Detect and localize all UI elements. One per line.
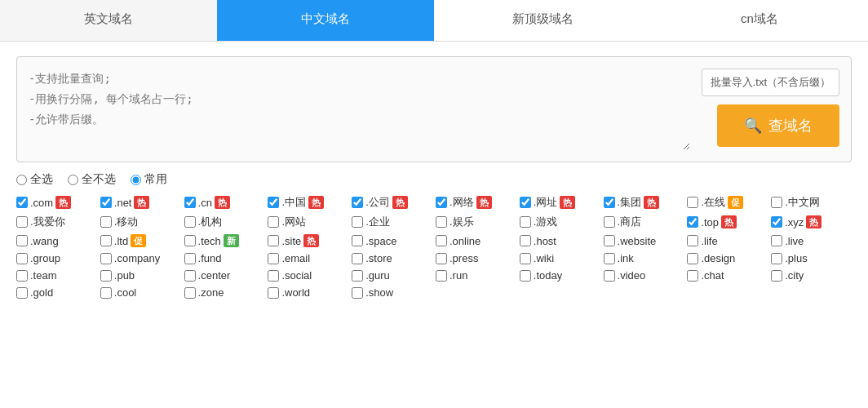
domain-badge: 热 [644,196,659,209]
domain-item: .gold [16,286,97,299]
domain-checkbox[interactable] [604,270,615,282]
domain-checkbox[interactable] [268,216,279,228]
domain-item: .press [436,252,516,264]
domain-badge: 热 [476,196,492,209]
domain-checkbox[interactable] [184,287,196,299]
select-all-option[interactable]: 全选 [16,172,53,187]
common-radio[interactable] [131,175,141,185]
domain-checkbox[interactable] [100,197,112,208]
domain-checkbox[interactable] [100,216,112,228]
domain-checkbox[interactable] [184,253,196,264]
domain-checkbox[interactable] [352,253,363,264]
domain-name-label: .life [701,235,717,247]
search-icon: 🔍 [744,117,762,135]
select-all-radio[interactable] [16,175,27,185]
domain-name-label: .cn [198,197,212,209]
deselect-all-option[interactable]: 全不选 [68,172,116,187]
domain-checkbox[interactable] [520,253,531,264]
domain-checkbox[interactable] [436,216,447,228]
domain-checkbox[interactable] [16,253,28,264]
search-button[interactable]: 🔍 查域名 [717,104,839,147]
domain-name-label: .team [30,269,57,282]
domain-badge: 热 [134,196,149,209]
domain-item: .公司热 [352,195,432,210]
domain-badge: 新 [224,234,239,247]
domain-item: .center [184,269,265,282]
domain-checkbox[interactable] [16,197,28,208]
domain-checkbox[interactable] [771,235,782,246]
domain-checkbox[interactable] [604,235,615,246]
domain-checkbox[interactable] [771,253,782,264]
domain-checkbox[interactable] [352,287,363,299]
search-area: 批量导入.txt（不含后缀） 🔍 查域名 [16,56,852,162]
domain-checkbox[interactable] [687,216,698,228]
domain-checkbox[interactable] [100,235,112,246]
domain-checkbox[interactable] [520,235,531,246]
domain-checkbox[interactable] [687,253,698,264]
domain-checkbox[interactable] [268,270,279,282]
domain-name-label: .tech [198,235,221,247]
domain-checkbox[interactable] [16,216,28,228]
domain-name-label: .video [618,269,646,282]
domain-checkbox[interactable] [184,197,196,208]
domain-checkbox[interactable] [268,197,279,208]
domain-name-label: .集团 [618,195,642,210]
common-option[interactable]: 常用 [131,172,167,187]
domain-checkbox[interactable] [520,216,531,228]
domain-item: .today [520,269,600,282]
domain-item: .我爱你 [16,215,97,229]
domain-checkbox[interactable] [771,270,782,282]
domain-item: .store [352,252,432,264]
domain-checkbox[interactable] [268,287,279,299]
domain-name-label: .xyz [785,216,804,228]
domain-checkbox[interactable] [604,197,615,208]
domain-checkbox[interactable] [352,270,363,282]
tab-english-domain[interactable]: 英文域名 [0,0,217,41]
domain-name-label: .top [701,216,719,228]
domain-search-input[interactable] [29,69,690,150]
domain-checkbox[interactable] [436,253,447,264]
domain-checkbox[interactable] [184,235,196,246]
domain-checkbox[interactable] [771,216,782,228]
domain-checkbox[interactable] [687,270,698,282]
domain-name-label: .chat [701,269,724,282]
domain-checkbox[interactable] [436,197,447,208]
domain-name-label: .world [281,286,310,299]
tab-cn-domain[interactable]: cn域名 [651,0,868,41]
domain-item: .cool [100,286,181,299]
domain-checkbox[interactable] [16,287,28,299]
domain-item: .wang [16,234,97,247]
domain-checkbox[interactable] [184,216,196,228]
domain-name-label: .guru [365,269,390,282]
domain-checkbox[interactable] [352,216,363,228]
domain-checkbox[interactable] [436,235,447,246]
domain-name-label: .网站 [281,215,306,229]
domain-checkbox[interactable] [100,253,112,264]
domain-checkbox[interactable] [520,270,531,282]
domain-checkbox[interactable] [604,253,615,264]
domain-badge: 促 [728,196,743,209]
domain-checkbox[interactable] [771,197,782,208]
domain-badge: 热 [392,196,408,209]
domain-checkbox[interactable] [268,253,279,264]
domain-checkbox[interactable] [687,197,698,208]
domain-checkbox[interactable] [352,235,363,246]
domain-checkbox[interactable] [687,235,698,246]
domain-item: .website [604,234,684,247]
domain-checkbox[interactable] [436,270,447,282]
import-button[interactable]: 批量导入.txt（不含后缀） [702,69,839,96]
domain-checkbox[interactable] [184,270,196,282]
domain-checkbox[interactable] [16,270,28,282]
deselect-all-radio[interactable] [68,175,78,185]
tab-new-tld[interactable]: 新顶级域名 [434,0,651,41]
domain-checkbox[interactable] [352,197,363,208]
domain-checkbox[interactable] [100,287,112,299]
domain-name-label: .在线 [701,195,725,210]
domain-checkbox[interactable] [520,197,531,208]
domain-checkbox[interactable] [16,235,28,246]
domain-checkbox[interactable] [268,235,279,246]
domain-checkbox[interactable] [100,270,112,282]
domain-badge: 热 [308,196,324,209]
tab-chinese-domain[interactable]: 中文域名 [217,0,434,41]
domain-checkbox[interactable] [604,216,615,228]
